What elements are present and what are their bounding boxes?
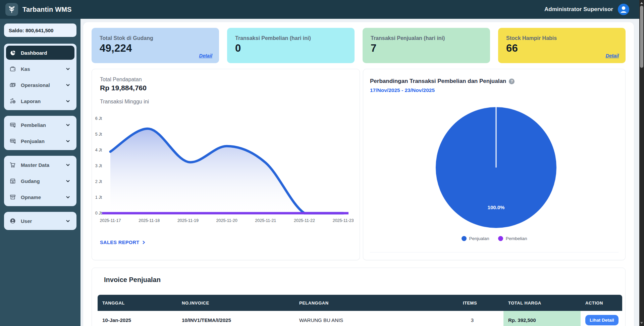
stat-label: Stock Hampir Habis xyxy=(506,35,619,41)
stat-value: 0 xyxy=(235,42,348,54)
detail-link[interactable]: Detail xyxy=(199,53,213,58)
sidebar-group-transaksi: Pembelian Penjualan xyxy=(4,116,76,150)
svg-text:2025-11-23: 2025-11-23 xyxy=(333,218,354,223)
sidebar-item-label: Gudang xyxy=(21,178,61,184)
svg-text:4 Jt: 4 Jt xyxy=(95,148,102,152)
cell-no-invoice: 10/INV1/TEMA/I/2025 xyxy=(177,311,294,326)
sidebar-item-gudang[interactable]: Gudang xyxy=(6,174,74,188)
content-panel: Total Stok di Gudang 49,224 Detail Trans… xyxy=(83,22,634,326)
comparison-title: Perbandingan Transaksi Pembelian dan Pen… xyxy=(370,78,506,85)
sidebar-item-label: Penjualan xyxy=(21,138,61,144)
stat-card-pembelian-hari-ini: Transaksi Pembelian (hari ini) 0 xyxy=(227,28,355,63)
date-range-link[interactable]: 17/Nov/2025 - 23/Nov/2025 xyxy=(370,87,435,93)
archive-box-icon xyxy=(9,194,16,200)
main-content: Total Stok di Gudang 49,224 Detail Trans… xyxy=(80,19,639,326)
report-chart-icon xyxy=(9,98,16,104)
svg-text:2025-11-17: 2025-11-17 xyxy=(100,218,121,223)
saldo-badge: Saldo: 800,641,500 xyxy=(4,24,76,37)
sidebar-item-label: Opname xyxy=(21,194,61,200)
detail-link[interactable]: Detail xyxy=(606,53,619,58)
column-header-total-harga: TOTAL HARGA xyxy=(503,295,581,311)
chevron-down-icon xyxy=(65,123,70,128)
user-circle-icon xyxy=(9,218,16,224)
sidebar-item-laporan[interactable]: Laporan xyxy=(6,94,74,108)
column-header-no-invoice: NO.INVOICE xyxy=(177,295,294,311)
column-header-tanggal: TANGGAL xyxy=(98,295,177,311)
register-in-icon xyxy=(9,122,16,128)
invoice-title: Invoice Penjualan xyxy=(104,276,161,284)
revenue-subtitle: Transaksi Minggu ini xyxy=(100,99,149,105)
scrollbar-thumb[interactable] xyxy=(640,6,643,68)
chevron-down-icon xyxy=(65,66,70,72)
scrollbar-up-arrow[interactable] xyxy=(640,2,643,4)
legend-label: Penjualan xyxy=(469,236,489,241)
scrollbar-down-arrow[interactable] xyxy=(640,322,643,324)
pie-chart-icon xyxy=(9,49,16,56)
stat-value: 49,224 xyxy=(100,42,212,54)
cell-pelanggan: WARUNG BU ANIS xyxy=(294,311,436,326)
invoice-card: Invoice Penjualan TANGGAL NO.INVOICE PEL… xyxy=(92,268,626,326)
sidebar: Saldo: 800,641,500 Dashboard Kas xyxy=(0,19,80,326)
chevron-down-icon xyxy=(65,162,70,168)
column-header-items: ITEMS xyxy=(436,295,503,311)
sales-report-label: SALES REPORT xyxy=(100,240,140,245)
legend-dot xyxy=(462,236,467,241)
column-header-action: ACTION xyxy=(581,295,622,311)
stat-value: 66 xyxy=(506,42,619,54)
sidebar-item-operasional[interactable]: Operasional xyxy=(6,78,74,92)
sidebar-item-label: Operasional xyxy=(21,82,61,88)
wallet-icon xyxy=(9,65,16,72)
sidebar-group-user: User xyxy=(4,212,76,230)
legend-dot xyxy=(498,236,503,241)
cell-tanggal: 10-Jan-2025 xyxy=(98,311,177,326)
sidebar-item-pembelian[interactable]: Pembelian xyxy=(6,118,74,132)
sidebar-item-opname[interactable]: Opname xyxy=(6,190,74,204)
legend-item-pembelian[interactable]: Pembelian xyxy=(498,236,527,241)
sidebar-item-dashboard[interactable]: Dashboard xyxy=(6,46,74,60)
chevron-down-icon xyxy=(65,219,70,224)
user-name: Administrator Supervisor xyxy=(544,6,613,13)
help-icon[interactable]: ? xyxy=(509,79,515,84)
sidebar-item-kas[interactable]: Kas xyxy=(6,62,74,76)
stat-value: 7 xyxy=(371,42,483,54)
sales-report-link[interactable]: SALES REPORT xyxy=(100,240,146,245)
sidebar-item-label: Laporan xyxy=(21,98,61,104)
sidebar-item-user[interactable]: User xyxy=(6,214,74,228)
sidebar-item-master-data[interactable]: Master Data xyxy=(6,158,74,172)
svg-text:2025-11-22: 2025-11-22 xyxy=(294,218,315,223)
svg-text:2025-11-19: 2025-11-19 xyxy=(177,218,199,223)
chevron-right-icon xyxy=(142,240,146,245)
user-avatar[interactable] xyxy=(618,4,629,15)
svg-text:2025-11-21: 2025-11-21 xyxy=(255,218,276,223)
svg-text:3 Jt: 3 Jt xyxy=(95,164,102,168)
revenue-label: Total Pendapatan xyxy=(100,77,142,83)
table-row: 10-Jan-2025 10/INV1/TEMA/I/2025 WARUNG B… xyxy=(98,311,622,326)
revenue-value: Rp 19,884,760 xyxy=(100,84,147,92)
sidebar-item-label: Master Data xyxy=(21,162,61,168)
comparison-pie-chart: 100.0% xyxy=(363,101,626,234)
legend-item-penjualan[interactable]: Penjualan xyxy=(462,236,489,241)
store-icon xyxy=(9,178,16,184)
svg-text:2025-11-20: 2025-11-20 xyxy=(216,218,237,223)
top-navbar: Tarbantin WMS Administrator Supervisor xyxy=(0,0,644,19)
table-header-row: TANGGAL NO.INVOICE PELANGGAN ITEMS TOTAL… xyxy=(98,295,622,311)
register-out-icon xyxy=(9,138,16,144)
chevron-down-icon xyxy=(65,195,70,200)
comparison-card: Perbandingan Transaksi Pembelian dan Pen… xyxy=(363,69,626,260)
scrollbar-track[interactable] xyxy=(639,0,644,326)
revenue-card: Total Pendapatan Rp 19,884,760 Transaksi… xyxy=(92,69,360,260)
sidebar-item-penjualan[interactable]: Penjualan xyxy=(6,134,74,148)
stat-card-penjualan-hari-ini: Transaksi Penjualan (hari ini) 7 xyxy=(363,28,490,63)
brand: Tarbantin WMS xyxy=(5,3,72,16)
app-title: Tarbantin WMS xyxy=(22,6,72,13)
stat-label: Total Stok di Gudang xyxy=(100,35,212,41)
sidebar-item-label: Kas xyxy=(21,66,61,72)
sidebar-group-data: Master Data Gudang Opname xyxy=(4,156,76,206)
chevron-down-icon xyxy=(65,179,70,184)
lihat-detail-button[interactable]: Lihat Detail xyxy=(585,315,619,325)
cell-total-harga: Rp. 392,500 xyxy=(503,311,581,326)
stat-label: Transaksi Pembelian (hari ini) xyxy=(235,35,348,41)
revenue-area xyxy=(110,129,343,213)
svg-text:1 Jt: 1 Jt xyxy=(95,195,102,200)
sidebar-group-main: Dashboard Kas Operasional xyxy=(4,44,76,110)
